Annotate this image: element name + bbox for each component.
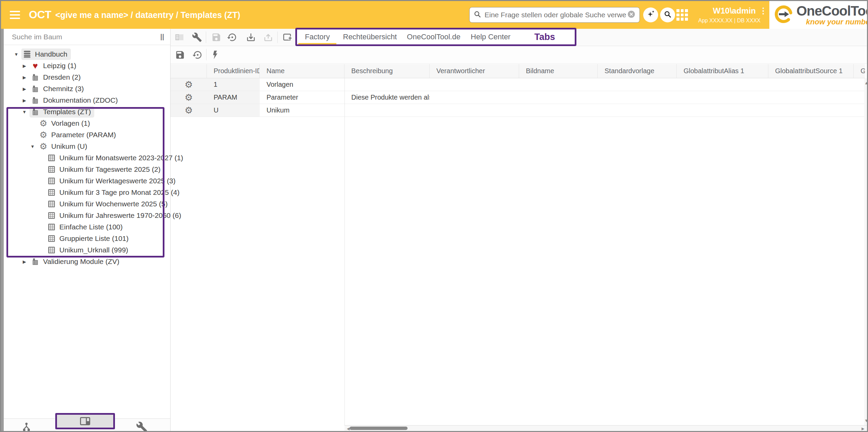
kebab-menu-icon[interactable]: ⋮ [759,7,767,15]
tree-item[interactable]: ▶Validierung Module (ZV) [4,256,170,267]
search-submit-button[interactable] [660,7,675,22]
row-settings-gear-icon[interactable]: ⚙ [184,79,193,90]
hamburger-menu-icon[interactable] [10,11,20,19]
tree-item[interactable]: Unikum für Jahreswerte 1970-2060 (6) [4,210,170,221]
row-gear-cell[interactable]: ⚙ [171,104,207,117]
row-gear-cell[interactable]: ⚙ [171,91,207,104]
tree-node[interactable]: ⚙Vorlagen (1) [38,118,93,129]
chevron-collapsed-icon[interactable]: ▶ [19,63,29,68]
tree-node[interactable]: Validierung Module (ZV) [29,256,123,267]
tree-item[interactable]: Einfache Liste (100) [4,221,170,233]
column-header[interactable]: Name [260,64,344,78]
column-header[interactable]: Standardvorlage [598,64,677,78]
global-search-input[interactable]: Eine Frage stellen oder globale Suche ve… [469,7,640,23]
clear-search-icon[interactable] [627,9,636,20]
column-header[interactable]: GlobalattributAlias 1 [677,64,768,78]
sidebar-resize-handle[interactable]: || [160,33,164,41]
tree-scrollbar[interactable] [1,29,4,431]
tab-rechte-bersicht[interactable]: Rechteübersicht [338,29,402,44]
ai-assistant-button[interactable] [643,7,658,22]
user-menu[interactable]: W10\admin ⋮ App XXXX.XX | DB XXXX [689,6,767,24]
tree-node[interactable]: Unikum für Tageswerte 2025 (2) [46,164,164,175]
tree-node[interactable]: ♥Leipzig (1) [29,60,80,71]
tree-item[interactable]: Unikum für Wochenwerte 2025 (5) [4,198,170,210]
tree-node[interactable]: Dokumentation (ZDOC) [29,95,121,106]
tree-item[interactable]: Unikum für Monatswerte 2023-2027 (1) [4,152,170,164]
horizontal-scroll-thumb[interactable] [350,427,408,430]
history-icon[interactable] [190,48,205,62]
table-row[interactable]: ⚙1Vorlagen [171,78,865,91]
table-row[interactable]: ⚙UUnikum [171,104,865,117]
download-icon[interactable] [243,30,258,44]
tree-node[interactable]: Unikum für Jahreswerte 1970-2060 (6) [46,210,185,221]
tree-node[interactable]: Handbuch [21,48,71,60]
tree-node[interactable]: Dresden (2) [29,71,84,83]
tree-item[interactable]: ⚙Vorlagen (1) [4,118,170,129]
horizontal-scrollbar[interactable]: ◄ ► [344,425,868,431]
tree-item[interactable]: Gruppierte Liste (101) [4,233,170,244]
chevron-expanded-icon[interactable]: ▼ [11,52,21,57]
tree-node[interactable]: Unikum für Werktageswerte 2025 (3) [46,175,179,187]
tree-node[interactable]: Unikum für Wochenwerte 2025 (5) [46,198,171,210]
panel-layout-button-annotated[interactable] [55,413,115,429]
tree-item[interactable]: ▼⚙Unikum (U) [4,141,170,152]
tree-item[interactable]: ▶Chemnitz (3) [4,83,170,95]
tree-node[interactable]: Unikum_Urknall (999) [46,244,132,256]
hierarchy-view-icon[interactable] [21,421,32,432]
column-header[interactable]: GlobalattributSource 1 [768,64,854,78]
chevron-collapsed-icon[interactable]: ▶ [19,259,29,264]
tree-item[interactable]: ▶♥Leipzig (1) [4,60,170,71]
tree-node[interactable]: ⚙Parameter (PARAM) [38,129,119,141]
wrench-icon[interactable] [190,30,204,44]
tree-node[interactable]: Unikum für 3 Tage pro Monat 2025 (4) [46,187,183,198]
scroll-up-arrow[interactable]: ▲ [864,80,868,85]
tree-item[interactable]: Unikum für Tageswerte 2025 (2) [4,164,170,175]
column-header[interactable]: Bildname [519,64,598,78]
chevron-collapsed-icon[interactable]: ▶ [19,75,29,80]
tree-node[interactable]: Chemnitz (3) [29,83,87,95]
chevron-collapsed-icon[interactable]: ▶ [19,86,29,91]
tree-item[interactable]: Unikum für Werktageswerte 2025 (3) [4,175,170,187]
lightning-icon[interactable] [208,48,223,62]
row-gear-cell[interactable]: ⚙ [171,78,207,91]
column-header[interactable]: Beschreibung [344,64,430,78]
save-icon[interactable] [173,48,188,62]
tree-settings-wrench-icon[interactable] [136,421,147,432]
new-window-icon[interactable] [280,30,295,44]
tree-item[interactable]: ▼Templates (ZT) [4,106,170,118]
tree-search-input[interactable]: Suche im Baum || [4,29,170,45]
column-header[interactable]: Produktlinien-ID [207,64,260,78]
tab-factory[interactable]: Factory [297,29,338,44]
tree-item[interactable]: ⚙Parameter (PARAM) [4,129,170,141]
tree-node[interactable]: Templates (ZT) [29,106,94,118]
chevron-expanded-icon[interactable]: ▼ [27,144,38,149]
column-header[interactable] [171,64,207,78]
row-settings-gear-icon[interactable]: ⚙ [184,92,193,103]
gear-icon: ⚙ [38,141,48,151]
brand-tagline: know your numbers [796,18,868,26]
tab-help-center[interactable]: Help Center [465,29,516,44]
tree-node[interactable]: Unikum für Monatswerte 2023-2027 (1) [46,152,186,164]
vertical-scrollbar[interactable]: ▲ ▼ [864,78,868,425]
tree-item[interactable]: Unikum_Urknall (999) [4,244,170,256]
column-header[interactable]: Verantwortlicher [430,64,519,78]
apps-grid-icon[interactable] [676,9,688,21]
tree-item[interactable]: Unikum für 3 Tage pro Monat 2025 (4) [4,187,170,198]
tree-item-label: Unikum_Urknall (999) [59,246,128,254]
tree-item[interactable]: ▶Dokumentation (ZDOC) [4,95,170,106]
tree-node[interactable]: Einfache Liste (100) [46,221,126,233]
tree-node[interactable]: ⚙Unikum (U) [38,141,91,152]
column-header[interactable]: G [854,64,865,78]
tree-node[interactable]: Gruppierte Liste (101) [46,233,132,244]
tree-item[interactable]: ▶Dresden (2) [4,71,170,83]
row-settings-gear-icon[interactable]: ⚙ [184,105,193,116]
history-icon[interactable] [225,30,240,44]
chevron-collapsed-icon[interactable]: ▶ [19,98,29,103]
tab-onecooltool-de[interactable]: OneCoolTool.de [402,29,465,44]
scroll-down-arrow[interactable]: ▼ [864,418,868,423]
table-cell [768,78,854,91]
chevron-expanded-icon[interactable]: ▼ [19,109,29,115]
tree-item[interactable]: ▼Handbuch [4,48,170,60]
table-row[interactable]: ⚙PARAMParameterDiese Produkte werden als… [171,91,865,104]
scroll-right-arrow[interactable]: ► [861,426,865,431]
